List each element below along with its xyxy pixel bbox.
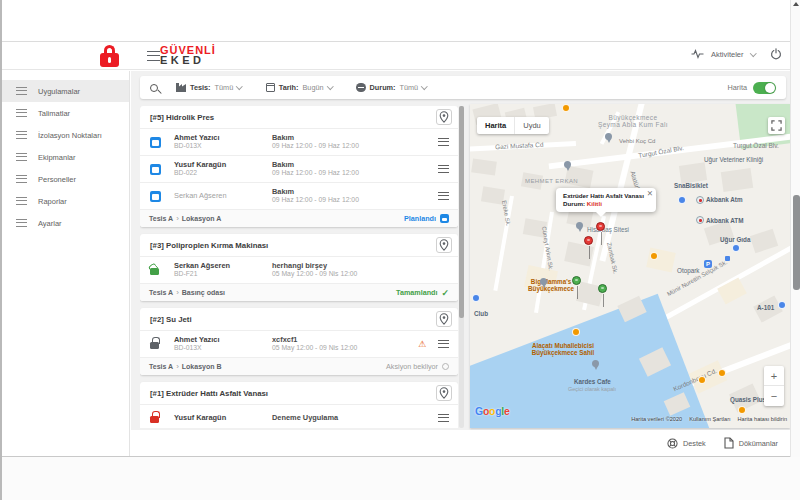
filter-durum[interactable]: Durum: Tümü <box>356 83 427 93</box>
logout-power-button[interactable] <box>770 48 782 60</box>
assignment-row[interactable]: Serkan AğserenBD-F21 herhangi birşey05 M… <box>140 256 458 283</box>
assignment-row[interactable]: Ahmet YazıcıBD-013X xcfxcf105 May 12:00 … <box>140 330 458 357</box>
breadcrumb-separator: › <box>176 288 179 297</box>
fullscreen-icon <box>771 120 782 131</box>
assignment-row[interactable]: Ahmet YazıcıBD-013X Bakım09 Haz 12:00 - … <box>140 128 458 155</box>
documents-button[interactable]: Dökümanlar <box>724 437 778 449</box>
map-building <box>750 229 778 254</box>
activities-menu[interactable]: Aktiviteler <box>711 50 744 59</box>
row-menu-icon[interactable] <box>438 192 449 200</box>
locate-on-map-button[interactable] <box>436 237 452 253</box>
close-icon[interactable]: ✕ <box>647 189 653 198</box>
map-label-street: Gazi Mustafa Cd <box>495 141 544 151</box>
sidebar-item-ekipmanlar[interactable]: Ekipmanlar <box>2 146 129 168</box>
map-marker-green[interactable] <box>572 276 581 285</box>
map-poi-food-icon <box>650 252 658 260</box>
chevron-down-icon <box>236 83 242 89</box>
search-icon[interactable] <box>150 84 158 92</box>
fullscreen-button[interactable] <box>768 117 785 134</box>
locate-on-map-button[interactable] <box>436 385 452 401</box>
map-poi-pin-icon <box>605 133 612 140</box>
status-gauge-icon <box>356 83 366 93</box>
locate-on-map-button[interactable] <box>436 109 452 125</box>
zoom-in-button[interactable]: + <box>764 366 784 386</box>
attribution-data: Harita verileri ©2020 <box>631 416 682 422</box>
map-parking-icon: P <box>704 260 712 268</box>
sidebar-item-raporlar[interactable]: Raporlar <box>2 190 129 212</box>
scheduled-calendar-icon <box>150 137 161 148</box>
calendar-icon <box>266 83 275 92</box>
map-panel[interactable]: Büyükçekmece Şeyma Abla Kum Falı Gazi Mu… <box>470 104 790 428</box>
breadcrumb[interactable]: Tesis A <box>149 363 173 370</box>
row-menu-icon[interactable] <box>438 340 449 348</box>
chevron-down-icon <box>750 50 756 56</box>
locked-icon <box>150 342 159 350</box>
locate-on-map-button[interactable] <box>436 311 452 327</box>
work-item-list: [#5] Hidrolik Pres Ahmet YazıcıBD-013X B… <box>140 106 458 428</box>
assignment-row[interactable]: Serkan Ağseren Bakım09 Haz 12:00 - 09 Ha… <box>140 182 458 209</box>
card-title: [#2] Su Jeti <box>150 315 192 324</box>
sidebar-toggle-hamburger-icon[interactable] <box>147 51 160 61</box>
satellite-type-button[interactable]: Uydu <box>514 117 549 134</box>
map-marker-green[interactable] <box>598 284 607 293</box>
map-water <box>470 294 744 428</box>
zoom-out-button[interactable]: − <box>764 386 784 406</box>
map-label-poi: Otopark <box>677 267 699 274</box>
card-footer: Tesis A›Lokasyon A Planlandı <box>140 209 458 227</box>
sidebar-item-izolasyon-noktalari[interactable]: İzolasyon Noktaları <box>2 124 129 146</box>
activity-pulse-icon <box>691 49 704 59</box>
map-type-button[interactable]: Harita <box>477 117 514 134</box>
lifebuoy-icon <box>667 438 678 449</box>
map-poi-pin-icon <box>564 161 571 168</box>
filter-tarih[interactable]: Tarih: Bugün <box>266 83 332 92</box>
row-menu-icon[interactable] <box>438 138 449 146</box>
map-poi-fortune-icon <box>562 104 570 112</box>
sidebar-item-uygulamalar[interactable]: Uygulamalar <box>2 80 129 102</box>
work-item-card: [#1] Extrüder Hattı Asfalt Vanası Yusuf … <box>140 382 458 428</box>
assignment-row[interactable]: Yusuf Karagün Deneme Uygulama <box>140 404 458 428</box>
map-zoom-control: + − <box>764 366 784 406</box>
list-scrollbar-thumb[interactable] <box>459 106 464 318</box>
chevron-down-icon <box>327 83 333 89</box>
row-menu-icon[interactable] <box>438 165 449 173</box>
assignment-row[interactable]: Yusuf KaragünBD-022 Bakım09 Haz 12:00 - … <box>140 155 458 182</box>
filter-tesis[interactable]: Tesis: Tümü <box>176 83 242 92</box>
breadcrumb[interactable]: Tesis A <box>149 215 173 222</box>
breadcrumb[interactable]: Basınç odası <box>182 289 225 296</box>
attribution-report-link[interactable]: Harita hatası bildirin <box>738 416 787 422</box>
map-poi-food-icon <box>718 369 726 377</box>
page-scrollbar[interactable] <box>790 0 800 457</box>
sidebar-item-ayarlar[interactable]: Ayarlar <box>2 212 129 234</box>
map-marker-red[interactable] <box>596 222 605 231</box>
breadcrumb[interactable]: Lokasyon A <box>182 215 221 222</box>
row-menu-icon[interactable] <box>438 414 449 422</box>
bottom-statusbar: Destek Dökümanlar <box>131 430 792 456</box>
page-bottom-area <box>2 457 800 500</box>
check-icon: ✓ <box>441 288 449 298</box>
map-poi-atm-icon <box>696 196 704 204</box>
unlocked-icon <box>150 268 159 276</box>
map-poi-food-icon <box>698 376 706 384</box>
google-logo[interactable]: Google <box>475 405 509 417</box>
sidebar-item-talimatlar[interactable]: Talimatlar <box>2 102 129 124</box>
map-poi-shop-icon <box>472 294 480 302</box>
sidebar-item-personeller[interactable]: Personeller <box>2 168 129 190</box>
card-title: [#5] Hidrolik Pres <box>150 113 214 122</box>
map-poi-shop-icon <box>732 244 740 252</box>
list-icon <box>16 109 27 117</box>
list-icon <box>16 87 27 95</box>
map-label-poi: Hisarbaş Sitesi <box>587 226 629 233</box>
map-label-shop: Alaçatı Muhallebicisi Büyükçekmece Sahil <box>526 342 600 356</box>
breadcrumb[interactable]: Tesis A <box>149 289 173 296</box>
attribution-terms-link[interactable]: Kullanım Şartları <box>689 416 730 422</box>
map-label-poi: Club <box>474 310 488 317</box>
list-scrollbar[interactable] <box>459 106 464 428</box>
scrollbar-up-arrow-icon[interactable] <box>793 2 799 6</box>
map-label-poi: SnaBisiklet <box>674 182 708 189</box>
support-button[interactable]: Destek <box>667 438 706 449</box>
page-scrollbar-thumb[interactable] <box>793 195 800 290</box>
locked-red-icon <box>150 416 159 424</box>
breadcrumb[interactable]: Lokasyon B <box>182 363 222 370</box>
map-marker-red[interactable] <box>584 236 593 245</box>
map-toggle-switch[interactable] <box>753 82 776 94</box>
